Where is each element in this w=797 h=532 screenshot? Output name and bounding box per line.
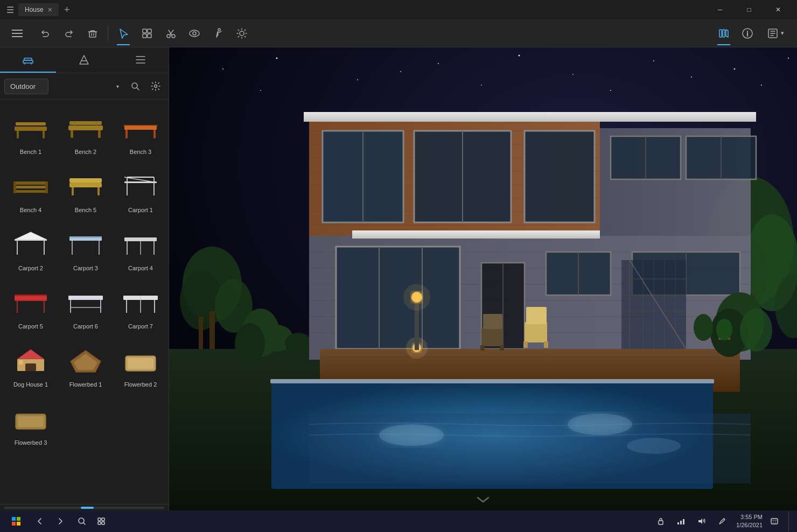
item-flowerbed-3[interactable]: Flowerbed 3 [4,395,57,451]
library-button[interactable] [713,23,735,44]
sidebar: Outdoor Indoor Lighting Plants Structure… [0,47,169,510]
start-button[interactable] [4,510,28,532]
svg-rect-2 [148,29,151,33]
svg-rect-204 [17,517,20,521]
item-bench-4[interactable]: Bench 4 [4,162,57,218]
taskbar-search-button[interactable] [72,512,92,531]
scrollbar-track [4,507,164,509]
svg-rect-1 [143,29,146,33]
redo-button[interactable] [58,23,80,44]
add-tab-button[interactable]: + [61,4,73,16]
search-button[interactable] [127,78,144,95]
item-carport-7[interactable]: Carport 7 [114,278,167,334]
svg-rect-137 [525,131,595,222]
svg-rect-133 [323,131,403,222]
item-bench-5[interactable]: Bench 5 [59,162,112,218]
item-doghouse-1[interactable]: Dog House 1 [4,337,57,393]
item-carport-2[interactable]: Carport 2 [4,220,57,276]
settings-button[interactable] [147,78,164,95]
svg-rect-58 [15,295,47,296]
category-dropdown[interactable]: Outdoor Indoor Lighting Plants Structure… [4,79,48,94]
item-carport-5[interactable]: Carport 5 [4,278,57,334]
sidebar-tab-furniture[interactable] [0,47,56,73]
taskbar-lock-icon[interactable] [652,512,669,531]
viewport[interactable] [169,47,797,510]
svg-marker-45 [15,232,47,240]
taskbar-task-button[interactable] [92,512,111,531]
item-bench-1-label: Bench 1 [20,149,41,155]
item-carport-4[interactable]: Carport 4 [114,220,167,276]
svg-rect-25 [98,130,101,138]
item-bench-3-label: Bench 3 [130,149,151,155]
forward-button[interactable] [51,512,70,531]
svg-rect-212 [659,521,663,524]
scroll-down-button[interactable] [475,495,491,504]
svg-point-93 [691,76,692,78]
item-bench-2[interactable]: Bench 2 [59,104,112,160]
item-carport-3[interactable]: Carport 3 [59,220,112,276]
taskbar-right: 3:55 PM 1/26/2021 [652,512,793,531]
tab-close-button[interactable]: × [48,5,52,14]
back-button[interactable] [30,512,50,531]
item-carport-6[interactable]: Carport 6 [59,278,112,334]
svg-marker-216 [698,519,702,524]
svg-rect-177 [500,345,504,351]
show-desktop-button[interactable] [788,512,793,531]
sidebar-tab-list[interactable] [113,47,169,73]
svg-point-18 [155,85,157,88]
item-flowerbed-2-label: Flowerbed 2 [124,381,157,388]
objects-tool-button[interactable] [136,23,158,44]
svg-point-195 [235,323,265,364]
svg-point-10 [240,31,244,36]
item-carport-3-label: Carport 3 [73,265,98,271]
taskbar-clock[interactable]: 3:55 PM 1/26/2021 [736,513,763,530]
item-carport-7-label: Carport 7 [128,323,153,330]
menu-line [12,33,23,34]
view3d-button[interactable]: ▾ [760,23,791,44]
svg-rect-3 [143,34,146,38]
taskbar-notification-icon[interactable] [766,512,783,531]
taskbar-pen-icon[interactable] [714,512,731,531]
toolbar: ▾ [0,19,797,47]
svg-rect-50 [69,236,102,238]
undo-button[interactable] [34,23,56,44]
svg-rect-73 [19,360,23,365]
select-tool-button[interactable] [113,23,134,44]
maximize-button[interactable]: □ [737,0,761,19]
svg-rect-175 [483,314,502,329]
svg-rect-203 [12,517,16,521]
svg-rect-217 [771,519,778,524]
trim-tool-button[interactable] [160,23,181,44]
svg-marker-70 [17,349,44,359]
item-bench-1[interactable]: Bench 1 [4,104,57,160]
menu-button[interactable] [6,23,28,44]
taskbar-volume-icon[interactable] [693,512,710,531]
item-carport-5-label: Carport 5 [18,323,43,330]
item-carport-4-label: Carport 4 [128,265,153,271]
svg-point-83 [357,79,358,80]
svg-rect-19 [15,127,47,131]
taskbar: 3:55 PM 1/26/2021 [0,510,797,532]
active-tab[interactable]: House × [18,3,59,16]
sidebar-tab-materials[interactable] [56,47,112,73]
minimize-button[interactable]: ─ [708,0,732,19]
sidebar-scrollbar[interactable] [0,504,169,510]
svg-rect-101 [199,317,203,349]
taskbar-network-icon[interactable] [673,512,690,531]
scrollbar-thumb[interactable] [81,507,94,509]
category-selector[interactable]: Outdoor Indoor Lighting Plants Structure… [4,79,123,94]
view-tool-button[interactable] [184,23,205,44]
info-button[interactable] [737,23,758,44]
svg-point-86 [572,74,574,75]
svg-rect-181 [544,341,548,348]
item-flowerbed-1[interactable]: Flowerbed 1 [59,337,112,393]
item-bench-3[interactable]: Bench 3 [114,104,167,160]
svg-point-202 [403,284,430,311]
item-carport-1[interactable]: Carport 1 [114,162,167,218]
item-flowerbed-2[interactable]: Flowerbed 2 [114,337,167,393]
close-button[interactable]: ✕ [766,0,791,19]
sun-tool-button[interactable] [231,23,253,44]
walkthrough-tool-button[interactable] [207,23,229,44]
svg-rect-38 [97,187,100,195]
delete-button[interactable] [82,23,103,44]
